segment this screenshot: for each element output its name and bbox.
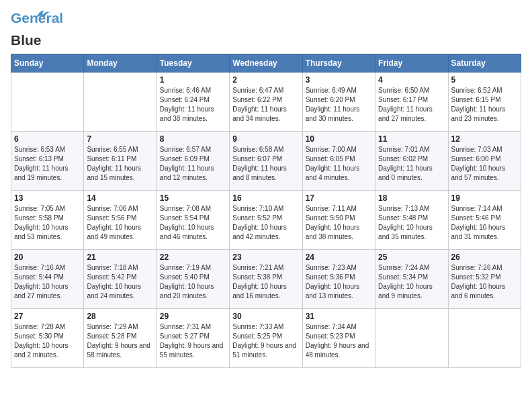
day-number: 2 — [232, 75, 299, 85]
day-number: 18 — [378, 193, 445, 203]
calendar-cell: 31Sunrise: 7:34 AM Sunset: 5:23 PM Dayli… — [302, 309, 375, 368]
day-info: Sunrise: 7:13 AM Sunset: 5:48 PM Dayligh… — [378, 204, 445, 242]
day-info: Sunrise: 6:57 AM Sunset: 6:09 PM Dayligh… — [160, 145, 226, 183]
day-number: 21 — [87, 253, 153, 262]
day-info: Sunrise: 6:46 AM Sunset: 6:24 PM Dayligh… — [160, 86, 226, 124]
weekday-header-thursday: Thursday — [302, 54, 375, 73]
day-number: 11 — [378, 134, 445, 144]
calendar-cell: 22Sunrise: 7:19 AM Sunset: 5:40 PM Dayli… — [157, 250, 229, 309]
day-number: 30 — [232, 312, 299, 321]
day-number: 3 — [306, 75, 372, 85]
day-info: Sunrise: 6:50 AM Sunset: 6:17 PM Dayligh… — [378, 86, 445, 124]
weekday-header-wednesday: Wednesday — [230, 54, 302, 73]
calendar-cell: 21Sunrise: 7:18 AM Sunset: 5:42 PM Dayli… — [84, 250, 157, 309]
day-info: Sunrise: 7:18 AM Sunset: 5:42 PM Dayligh… — [87, 263, 153, 301]
calendar-cell: 11Sunrise: 7:01 AM Sunset: 6:02 PM Dayli… — [375, 132, 448, 191]
day-info: Sunrise: 6:55 AM Sunset: 6:11 PM Dayligh… — [87, 145, 153, 183]
calendar-cell: 3Sunrise: 6:49 AM Sunset: 6:20 PM Daylig… — [302, 73, 375, 132]
day-number: 4 — [378, 75, 445, 85]
calendar-cell — [448, 309, 521, 368]
day-info: Sunrise: 7:29 AM Sunset: 5:28 PM Dayligh… — [87, 322, 153, 360]
calendar-cell: 6Sunrise: 6:53 AM Sunset: 6:13 PM Daylig… — [11, 132, 84, 191]
day-info: Sunrise: 7:05 AM Sunset: 5:58 PM Dayligh… — [14, 204, 81, 242]
weekday-header-friday: Friday — [375, 54, 448, 73]
day-number: 19 — [451, 193, 518, 203]
day-info: Sunrise: 7:34 AM Sunset: 5:23 PM Dayligh… — [306, 322, 372, 360]
weekday-header-tuesday: Tuesday — [157, 54, 229, 73]
weekday-header-row: SundayMondayTuesdayWednesdayThursdayFrid… — [11, 54, 521, 73]
logo-bird-icon — [35, 8, 50, 20]
day-info: Sunrise: 6:52 AM Sunset: 6:15 PM Dayligh… — [451, 86, 518, 124]
day-number: 6 — [14, 134, 81, 144]
day-info: Sunrise: 7:26 AM Sunset: 5:32 PM Dayligh… — [451, 263, 518, 301]
calendar-week-5: 27Sunrise: 7:28 AM Sunset: 5:30 PM Dayli… — [11, 309, 521, 368]
day-info: Sunrise: 7:31 AM Sunset: 5:27 PM Dayligh… — [160, 322, 226, 360]
day-info: Sunrise: 6:47 AM Sunset: 6:22 PM Dayligh… — [232, 86, 299, 124]
calendar-cell: 8Sunrise: 6:57 AM Sunset: 6:09 PM Daylig… — [157, 132, 229, 191]
day-info: Sunrise: 7:14 AM Sunset: 5:46 PM Dayligh… — [451, 204, 518, 242]
day-info: Sunrise: 7:00 AM Sunset: 6:05 PM Dayligh… — [306, 145, 372, 183]
day-number: 24 — [306, 253, 372, 262]
day-number: 10 — [306, 134, 372, 144]
day-info: Sunrise: 7:23 AM Sunset: 5:36 PM Dayligh… — [306, 263, 372, 301]
day-info: Sunrise: 7:08 AM Sunset: 5:54 PM Dayligh… — [160, 204, 226, 242]
calendar-table: SundayMondayTuesdayWednesdayThursdayFrid… — [11, 54, 521, 368]
weekday-header-sunday: Sunday — [11, 54, 84, 73]
calendar-cell: 4Sunrise: 6:50 AM Sunset: 6:17 PM Daylig… — [375, 73, 448, 132]
calendar-cell — [375, 309, 448, 368]
calendar-cell: 13Sunrise: 7:05 AM Sunset: 5:58 PM Dayli… — [11, 191, 84, 250]
calendar-week-3: 13Sunrise: 7:05 AM Sunset: 5:58 PM Dayli… — [11, 191, 521, 250]
day-number: 12 — [451, 134, 518, 144]
calendar-cell: 18Sunrise: 7:13 AM Sunset: 5:48 PM Dayli… — [375, 191, 448, 250]
calendar-cell — [11, 73, 84, 132]
day-number: 9 — [232, 134, 299, 144]
calendar-cell: 26Sunrise: 7:26 AM Sunset: 5:32 PM Dayli… — [448, 250, 521, 309]
day-number: 8 — [160, 134, 226, 144]
day-number: 31 — [306, 312, 372, 321]
day-info: Sunrise: 7:19 AM Sunset: 5:40 PM Dayligh… — [160, 263, 226, 301]
day-number: 29 — [160, 312, 226, 321]
day-info: Sunrise: 6:49 AM Sunset: 6:20 PM Dayligh… — [306, 86, 372, 124]
calendar-cell: 29Sunrise: 7:31 AM Sunset: 5:27 PM Dayli… — [157, 309, 229, 368]
day-number: 23 — [232, 253, 299, 262]
calendar-cell: 15Sunrise: 7:08 AM Sunset: 5:54 PM Dayli… — [157, 191, 229, 250]
calendar-cell: 28Sunrise: 7:29 AM Sunset: 5:28 PM Dayli… — [84, 309, 157, 368]
calendar-cell: 20Sunrise: 7:16 AM Sunset: 5:44 PM Dayli… — [11, 250, 84, 309]
calendar-cell: 19Sunrise: 7:14 AM Sunset: 5:46 PM Dayli… — [448, 191, 521, 250]
weekday-header-saturday: Saturday — [448, 54, 521, 73]
calendar-cell: 7Sunrise: 6:55 AM Sunset: 6:11 PM Daylig… — [84, 132, 157, 191]
calendar-week-1: 1Sunrise: 6:46 AM Sunset: 6:24 PM Daylig… — [11, 73, 521, 132]
day-info: Sunrise: 6:53 AM Sunset: 6:13 PM Dayligh… — [14, 145, 81, 183]
calendar-cell: 9Sunrise: 6:58 AM Sunset: 6:07 PM Daylig… — [230, 132, 302, 191]
calendar-cell: 24Sunrise: 7:23 AM Sunset: 5:36 PM Dayli… — [302, 250, 375, 309]
day-number: 5 — [451, 75, 518, 85]
day-info: Sunrise: 7:28 AM Sunset: 5:30 PM Dayligh… — [14, 322, 81, 360]
calendar-week-2: 6Sunrise: 6:53 AM Sunset: 6:13 PM Daylig… — [11, 132, 521, 191]
day-number: 1 — [160, 75, 226, 85]
calendar-cell: 25Sunrise: 7:24 AM Sunset: 5:34 PM Dayli… — [375, 250, 448, 309]
calendar-cell: 2Sunrise: 6:47 AM Sunset: 6:22 PM Daylig… — [230, 73, 302, 132]
day-info: Sunrise: 7:11 AM Sunset: 5:50 PM Dayligh… — [306, 204, 372, 242]
day-info: Sunrise: 7:33 AM Sunset: 5:25 PM Dayligh… — [232, 322, 299, 360]
day-number: 17 — [306, 193, 372, 203]
day-number: 27 — [14, 312, 81, 321]
calendar-cell: 30Sunrise: 7:33 AM Sunset: 5:25 PM Dayli… — [230, 309, 302, 368]
day-number: 25 — [378, 253, 445, 262]
page-header: General Blue — [11, 11, 521, 48]
day-number: 13 — [14, 193, 81, 203]
calendar-cell: 23Sunrise: 7:21 AM Sunset: 5:38 PM Dayli… — [230, 250, 302, 309]
day-number: 20 — [14, 253, 81, 262]
day-info: Sunrise: 6:58 AM Sunset: 6:07 PM Dayligh… — [232, 145, 299, 183]
day-number: 28 — [87, 312, 153, 321]
day-number: 14 — [87, 193, 153, 203]
day-info: Sunrise: 7:21 AM Sunset: 5:38 PM Dayligh… — [232, 263, 299, 301]
day-number: 26 — [451, 253, 518, 262]
day-number: 15 — [160, 193, 226, 203]
calendar-cell: 16Sunrise: 7:10 AM Sunset: 5:52 PM Dayli… — [230, 191, 302, 250]
weekday-header-monday: Monday — [84, 54, 157, 73]
day-info: Sunrise: 7:03 AM Sunset: 6:00 PM Dayligh… — [451, 145, 518, 183]
calendar-cell: 1Sunrise: 6:46 AM Sunset: 6:24 PM Daylig… — [157, 73, 229, 132]
logo: General Blue — [11, 11, 43, 48]
calendar-cell: 12Sunrise: 7:03 AM Sunset: 6:00 PM Dayli… — [448, 132, 521, 191]
day-number: 7 — [87, 134, 153, 144]
